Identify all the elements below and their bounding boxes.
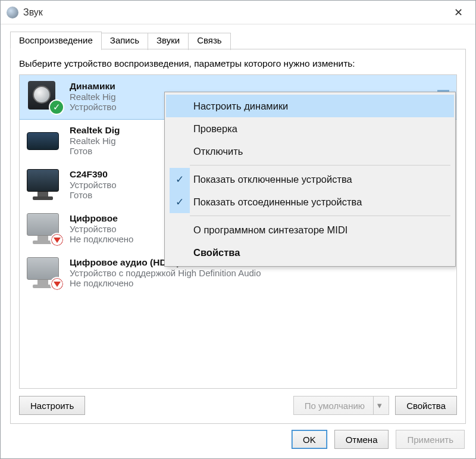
tab-label: Запись (110, 35, 139, 45)
context-menu-label: О программном синтезаторе MIDI (190, 224, 347, 236)
panel-button-row: Настроить По умолчанию ▾ Свойства (19, 396, 457, 415)
ok-button[interactable]: OK (292, 430, 327, 449)
apply-button[interactable]: Применить (396, 430, 465, 449)
properties-button[interactable]: Свойства (395, 396, 457, 415)
tab-playback[interactable]: Воспроизведение (10, 32, 102, 49)
audio-device-icon (24, 124, 62, 157)
menu-separator (190, 216, 450, 216)
context-menu-label: Показать отключенные устройства (190, 174, 352, 185)
disconnected-badge-icon (50, 233, 64, 247)
context-menu-item[interactable]: ✓Показать отсоединенные устройства (166, 191, 454, 213)
device-list[interactable]: ✓ДинамикиRealtek HigУстройствоRealtek Di… (19, 74, 457, 389)
speaker-icon: ✓ (24, 80, 62, 113)
context-menu-label: Проверка (190, 123, 237, 135)
sound-dialog: Звук ✕ Воспроизведение Запись Звуки Связ… (0, 0, 476, 459)
cancel-button[interactable]: Отмена (334, 430, 389, 449)
monitor-icon (24, 212, 62, 245)
context-menu-item[interactable]: Настроить динамики (166, 95, 454, 117)
dialog-button-row: OK Отмена Применить (1, 430, 475, 458)
tab-strip: Воспроизведение Запись Звуки Связь (1, 24, 475, 49)
window-title: Звук (23, 7, 43, 18)
tab-sounds[interactable]: Звуки (148, 33, 189, 50)
menu-separator (190, 165, 450, 166)
button-label: По умолчанию (305, 401, 365, 411)
context-menu-label: Отключить (190, 146, 243, 157)
checkmark-icon: ✓ (170, 168, 190, 191)
disconnected-badge-icon (50, 277, 64, 291)
tab-label: Связь (197, 35, 221, 45)
default-device-check-icon: ✓ (49, 99, 64, 115)
button-label: OK (303, 435, 316, 445)
instruction-text: Выберите устройство воспроизведения, пар… (19, 58, 457, 70)
context-menu-label: Показать отсоединенные устройства (190, 196, 362, 208)
context-menu-item[interactable]: О программном синтезаторе MIDI (166, 218, 454, 241)
close-button[interactable]: ✕ (443, 1, 473, 24)
device-title: Динамики (70, 81, 433, 92)
context-menu-label: Свойства (190, 247, 240, 258)
button-label: Отмена (346, 435, 378, 445)
tab-communications[interactable]: Связь (188, 33, 230, 50)
device-status: Не подключено (70, 278, 452, 288)
monitor-icon (24, 168, 62, 201)
context-menu: Настроить динамикиПроверкаОтключить✓Пока… (164, 92, 456, 267)
tab-recording[interactable]: Запись (101, 33, 148, 50)
tab-label: Звуки (156, 35, 180, 45)
close-icon: ✕ (454, 6, 463, 19)
context-menu-label: Настроить динамики (190, 101, 288, 112)
configure-button[interactable]: Настроить (19, 396, 85, 415)
context-menu-item[interactable]: ✓Показать отключенные устройства (166, 168, 454, 191)
button-label: Настроить (30, 401, 74, 411)
context-menu-item[interactable]: Проверка (166, 117, 454, 140)
checkmark-icon: ✓ (170, 191, 190, 213)
set-default-dropdown[interactable]: По умолчанию ▾ (293, 396, 389, 415)
button-label: Свойства (406, 401, 446, 411)
tab-panel: Выберите устройство воспроизведения, пар… (10, 49, 466, 424)
sound-app-icon (7, 7, 18, 18)
monitor-icon (24, 256, 62, 289)
titlebar: Звук ✕ (1, 1, 475, 24)
button-label: Применить (407, 435, 453, 445)
context-menu-item[interactable]: Свойства (166, 241, 454, 264)
device-driver: Устройство с поддержкой High Definition … (70, 268, 452, 278)
tab-label: Воспроизведение (19, 35, 93, 45)
context-menu-item[interactable]: Отключить (166, 140, 454, 163)
chevron-down-icon: ▾ (373, 396, 385, 414)
